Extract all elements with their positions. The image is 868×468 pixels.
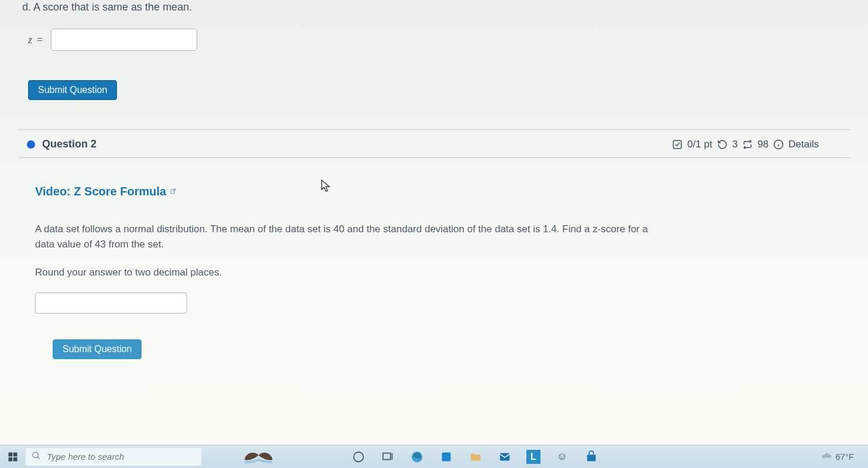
- svg-rect-12: [383, 453, 391, 459]
- taskbar-search[interactable]: [26, 448, 201, 466]
- checkbox-icon: [672, 139, 683, 150]
- windows-taskbar: L ☺ 67°F: [0, 445, 868, 468]
- svg-line-10: [37, 457, 39, 459]
- details-link[interactable]: Details: [788, 139, 819, 150]
- cycle-icon: [742, 139, 753, 150]
- file-explorer-icon[interactable]: [468, 449, 483, 464]
- taskbar-icons: L ☺: [351, 449, 599, 464]
- score-text: 0/1 pt: [687, 139, 712, 150]
- retry-icon: [717, 139, 728, 150]
- attempts-total: 98: [757, 139, 769, 150]
- mail-icon[interactable]: [497, 449, 512, 464]
- file-app-icon[interactable]: [439, 449, 454, 464]
- submit-question-button[interactable]: Submit Question: [28, 80, 117, 100]
- svg-rect-6: [13, 452, 18, 456]
- seasonal-decoration-icon: [241, 448, 276, 466]
- z-variable-label: z: [28, 34, 32, 46]
- question-2-title: Question 2: [42, 138, 97, 150]
- store-icon[interactable]: [584, 449, 599, 464]
- problem-statement: A data set follows a normal distribution…: [35, 222, 655, 253]
- info-icon[interactable]: [773, 139, 784, 150]
- external-link-icon: [170, 188, 177, 196]
- smiley-icon[interactable]: ☺: [554, 449, 570, 464]
- svg-rect-16: [500, 453, 510, 460]
- rounding-instruction: Round your answer to two decimal places.: [35, 267, 847, 278]
- video-link[interactable]: Video: Z Score Formula: [35, 185, 177, 198]
- svg-rect-0: [673, 140, 681, 149]
- question-1d-section: d. A score that is same as the mean. z =…: [18, 0, 850, 129]
- submit-question-button[interactable]: Submit Question: [53, 339, 142, 359]
- edge-icon[interactable]: [409, 449, 425, 464]
- question-header-right: 0/1 pt 3 98 Details: [672, 139, 819, 150]
- svg-rect-8: [13, 457, 18, 461]
- letter-l-app-icon[interactable]: L: [526, 450, 540, 464]
- question-2-header: Question 2 0/1 pt 3: [18, 130, 850, 158]
- cortana-circle-icon[interactable]: [351, 449, 366, 464]
- start-button[interactable]: [5, 449, 21, 465]
- q1d-prompt: d. A score that is same as the mean.: [22, 1, 850, 13]
- weather-cloud-icon: [821, 452, 835, 462]
- status-dot-icon: [27, 140, 35, 149]
- weather-temp: 67°F: [835, 452, 854, 462]
- question-2-body: Video: Z Score Formula A data set follow…: [18, 158, 850, 359]
- equals-sign: =: [37, 34, 43, 46]
- question-header-left: Question 2: [20, 138, 97, 150]
- z-value-input[interactable]: [51, 29, 197, 51]
- weather-widget[interactable]: 67°F: [821, 452, 854, 462]
- search-input[interactable]: [47, 452, 195, 462]
- quiz-page: d. A score that is same as the mean. z =…: [0, 0, 868, 445]
- svg-rect-15: [442, 452, 451, 461]
- svg-rect-7: [9, 457, 13, 461]
- answer-input[interactable]: [35, 292, 187, 314]
- task-view-icon[interactable]: [380, 449, 395, 464]
- video-link-text: Video: Z Score Formula: [35, 185, 166, 198]
- attempts-left: 3: [732, 139, 738, 150]
- search-icon: [32, 451, 41, 463]
- svg-rect-5: [9, 452, 13, 456]
- svg-point-11: [354, 452, 364, 462]
- svg-point-9: [33, 452, 38, 457]
- z-input-row: z =: [28, 29, 850, 51]
